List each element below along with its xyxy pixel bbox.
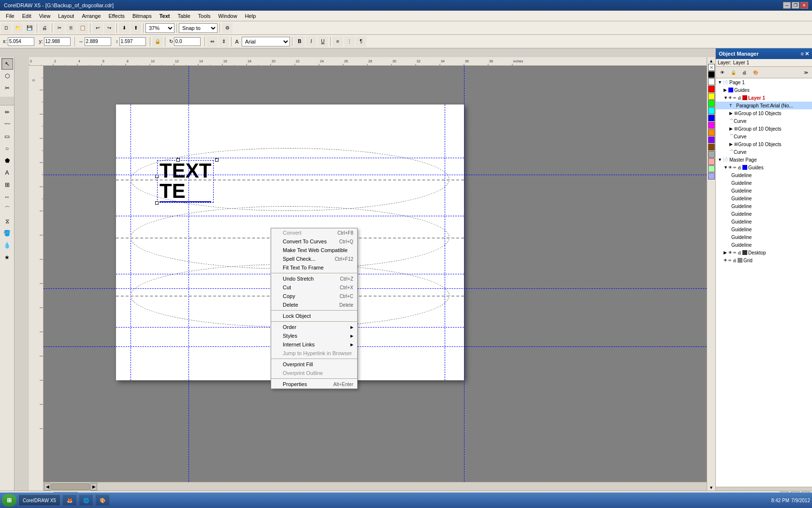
paste-button[interactable]: 📋 — [77, 23, 88, 33]
tree-guideline-4[interactable]: Guideline — [716, 194, 812, 202]
bullet-button[interactable]: ⋮ — [344, 36, 355, 47]
tree-guideline-3[interactable]: Guideline — [716, 187, 812, 194]
color-gray[interactable] — [708, 151, 715, 158]
w-input[interactable] — [85, 37, 111, 46]
ctx-undo-stretch[interactable]: Undo Stretch Ctrl+Z — [271, 274, 357, 283]
ctx-lock[interactable]: Lock Object — [271, 312, 357, 320]
angle-input[interactable] — [174, 37, 201, 46]
font-select[interactable]: Arial — [242, 37, 290, 46]
polygon-tool[interactable]: ⬟ — [1, 155, 13, 166]
tree-guideline-8[interactable]: Guideline — [716, 225, 812, 233]
options-button[interactable]: ⚙ — [222, 23, 232, 33]
x-input[interactable] — [8, 37, 34, 46]
menu-help[interactable]: Help — [241, 11, 260, 21]
ctx-overprint-outline[interactable]: Overprint Outline — [271, 369, 357, 377]
color-yellow[interactable] — [708, 93, 715, 100]
color-magenta[interactable] — [708, 122, 715, 129]
dimension-tool[interactable]: ↔ — [1, 191, 13, 203]
handle-top-center[interactable] — [176, 158, 180, 162]
ctx-order[interactable]: Order ▶ — [271, 323, 357, 331]
tree-guideline-2[interactable]: Guideline — [716, 179, 812, 187]
ctx-internet-links[interactable]: Internet Links ▶ — [271, 340, 357, 349]
tree-group1[interactable]: ▶ ⊞ Group of 10 Objects — [716, 109, 812, 117]
ctx-styles[interactable]: Styles ▶ — [271, 331, 357, 340]
color-cyan[interactable] — [708, 107, 715, 114]
tree-guideline-10[interactable]: Guideline — [716, 241, 812, 249]
obj-manager-body[interactable]: ▼ 📄 Page 1 ▶ Guides ▼ 👁 ✏ 🖨 Layer 1 — [716, 78, 812, 487]
tree-guideline-7[interactable]: Guideline — [716, 218, 812, 225]
table-tool[interactable]: ⊞ — [1, 179, 13, 191]
tree-curve2[interactable]: ⌒ Curve — [716, 133, 812, 140]
color-blue[interactable] — [708, 115, 715, 121]
color-black[interactable] — [708, 71, 715, 78]
crop-tool[interactable]: ✂ — [1, 82, 13, 94]
undo-button[interactable]: ↩ — [92, 23, 103, 33]
import-button[interactable]: ⬇ — [119, 23, 130, 33]
hscrollbar[interactable]: ◀ ▶ — [44, 482, 803, 491]
mirror-v-button[interactable]: ⇕ — [218, 36, 229, 47]
print-button[interactable]: 🖨 — [39, 23, 50, 33]
ellipse-tool[interactable]: ○ — [1, 143, 13, 154]
tree-group2[interactable]: ▶ ⊞ Group of 10 Objects — [716, 125, 812, 133]
obj-print-button[interactable]: 🖨 — [739, 67, 750, 78]
freehand-tool[interactable]: ✏ — [1, 106, 13, 118]
export-button[interactable]: ⬆ — [130, 23, 141, 33]
fill-tool[interactable]: 🪣 — [1, 227, 13, 239]
bold-button[interactable]: B — [294, 36, 305, 47]
ctx-fit-text[interactable]: Fit Text To Frame — [271, 263, 357, 272]
smart-draw-tool[interactable]: 〰 — [1, 119, 13, 130]
hscroll-thumb[interactable] — [51, 483, 90, 490]
ctx-spellcheck[interactable]: Spell Check... Ctrl+F12 — [271, 254, 357, 263]
obj-manager-menu[interactable]: ≡ — [801, 51, 804, 57]
obj-lock-button[interactable]: 🔒 — [728, 67, 739, 78]
handle-top-right[interactable] — [215, 158, 218, 162]
menu-bitmaps[interactable]: Bitmaps — [129, 11, 156, 21]
color-brown[interactable] — [708, 144, 715, 150]
close-button[interactable]: ✕ — [800, 2, 808, 9]
cut-button[interactable]: ✂ — [54, 23, 65, 33]
interactive-tool[interactable]: ★ — [1, 252, 13, 263]
shape-tool[interactable]: ⬡ — [1, 70, 13, 82]
ctx-jump-hyperlink[interactable]: Jump to Hyperlink in Browser — [271, 349, 357, 358]
palette-scroll-up[interactable]: ▲ — [708, 58, 715, 64]
tree-curve1[interactable]: ⌒ Curve — [716, 117, 812, 125]
text-tool[interactable]: A — [1, 167, 13, 179]
color-orange[interactable] — [708, 129, 715, 136]
color-light-blue[interactable] — [708, 173, 715, 179]
eyedropper-tool[interactable]: 💧 — [1, 239, 13, 251]
h-input[interactable] — [119, 37, 146, 46]
taskbar-app4[interactable]: 🎨 — [95, 494, 110, 506]
ctx-web-compat[interactable]: Make Text Web Compatible — [271, 246, 357, 254]
tree-master-page[interactable]: ▼ 📄 Master Page — [716, 156, 812, 164]
color-purple[interactable] — [708, 136, 715, 143]
ctx-convert-curves[interactable]: Convert To Curves Ctrl+Q — [271, 237, 357, 246]
no-color-swatch[interactable]: ✕ — [708, 64, 715, 71]
align-left-button[interactable]: ≡ — [333, 36, 343, 47]
taskbar-firefox[interactable]: 🦊 — [62, 494, 77, 506]
menu-table[interactable]: Table — [174, 11, 194, 21]
tree-guideline-6[interactable]: Guideline — [716, 210, 812, 218]
tree-curve3[interactable]: ⌒ Curve — [716, 148, 812, 156]
connector-tool[interactable]: ⌒ — [1, 203, 13, 215]
menu-window[interactable]: Window — [215, 11, 241, 21]
lock-ratio-button[interactable]: 🔒 — [152, 36, 163, 47]
save-button[interactable]: 💾 — [24, 23, 35, 33]
canvas-viewport[interactable]: TEXT TE Convert Ctrl+F8 — [44, 66, 803, 482]
y-input[interactable] — [44, 37, 71, 46]
ctx-delete[interactable]: Delete Delete — [271, 300, 357, 309]
tree-group3[interactable]: ▶ ⊞ Group of 10 Objects — [716, 140, 812, 148]
color-light-green[interactable] — [708, 165, 715, 172]
tree-desktop[interactable]: ▶ 👁 ✏ 🖨 Desktop — [716, 249, 812, 256]
text-object[interactable]: TEXT TE — [157, 160, 214, 203]
menu-file[interactable]: File — [2, 11, 18, 21]
menu-effects[interactable]: Effects — [105, 11, 129, 21]
ctx-overprint-fill[interactable]: Overprint Fill — [271, 360, 357, 369]
minimize-button[interactable]: ─ — [783, 2, 791, 9]
tree-grid[interactable]: 👁 ✏ 🖨 Grid — [716, 256, 812, 264]
obj-expand-button[interactable]: ≫ — [800, 67, 811, 78]
color-pink[interactable] — [708, 158, 715, 165]
tree-guides-mp[interactable]: ▼ 👁 ✏ 🖨 Guides — [716, 164, 812, 171]
tree-para-text[interactable]: T Paragraph Text:Arial (No... — [716, 102, 812, 109]
ctx-copy[interactable]: Copy Ctrl+C — [271, 292, 357, 300]
handle-mid-left[interactable] — [155, 175, 159, 178]
